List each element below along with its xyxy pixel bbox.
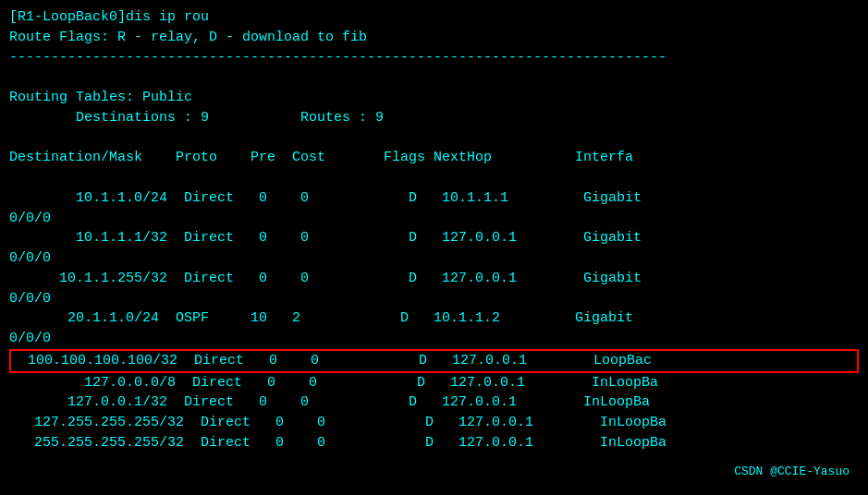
blank1 — [9, 67, 859, 88]
col-header: Destination/Mask Proto Pre Cost Flags Ne… — [9, 148, 859, 168]
blank2 — [9, 128, 859, 149]
routing-header: Routing Tables: Public — [9, 88, 859, 108]
cmd-line: [R1-LoopBack0]dis ip rou — [9, 7, 859, 28]
row3b: 0/0/0 — [9, 289, 859, 309]
row2a: 10.1.1.1/32 Direct 0 0 D 127.0.0.1 Gigab… — [9, 228, 859, 248]
row8: 127.255.255.255/32 Direct 0 0 D 127.0.0.… — [9, 413, 859, 433]
row4a: 20.1.1.0/24 OSPF 10 2 D 10.1.1.2 Gigabit — [9, 308, 859, 329]
route-flags: Route Flags: R - relay, D - download to … — [9, 28, 859, 48]
blank3 — [9, 168, 859, 188]
watermark: CSDN @CCIE-Yasuo — [734, 465, 850, 478]
prompt-line: [R1-LoopBack0] — [9, 473, 859, 495]
terminal: [R1-LoopBack0]dis ip rou Route Flags: R … — [9, 7, 859, 488]
row7: 127.0.0.1/32 Direct 0 0 D 127.0.0.1 InLo… — [9, 392, 859, 413]
destinations: Destinations : 9 Routes : 9 — [9, 108, 859, 128]
blank4 — [9, 453, 859, 474]
row1a: 10.1.1.0/24 Direct 0 0 D 10.1.1.1 Gigabi… — [9, 188, 859, 209]
row3a: 10.1.1.255/32 Direct 0 0 D 127.0.0.1 Gig… — [9, 269, 859, 289]
row9: 255.255.255.255/32 Direct 0 0 D 127.0.0.… — [9, 433, 859, 453]
row6: 127.0.0.0/8 Direct 0 0 D 127.0.0.1 InLoo… — [9, 373, 859, 393]
separator: ----------------------------------------… — [9, 48, 859, 68]
row1b: 0/0/0 — [9, 209, 859, 229]
row2b: 0/0/0 — [9, 248, 859, 269]
row4b: 0/0/0 — [9, 329, 859, 349]
highlighted-row: 100.100.100.100/32 Direct 0 0 D 127.0.0.… — [9, 349, 859, 373]
